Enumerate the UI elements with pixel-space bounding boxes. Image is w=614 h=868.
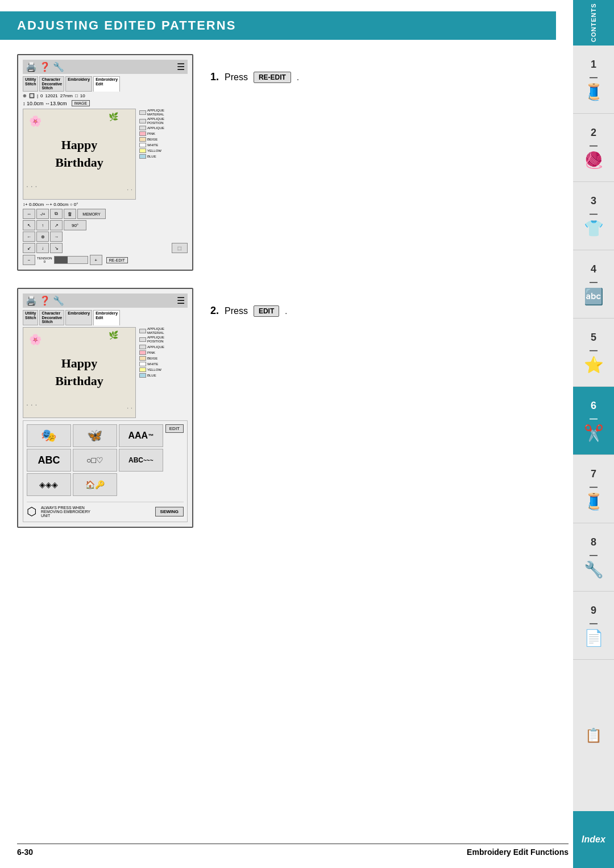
color-swatch (139, 119, 146, 123)
tab-embroidery[interactable]: Embroidery (65, 76, 92, 92)
color-item-blue-2: BLUE (139, 373, 188, 378)
sidebar-tab-5[interactable]: 5 — ⭐ (573, 319, 614, 387)
instruction-2: 2. Press EDIT . (210, 305, 556, 317)
stitch-type-2[interactable]: 🦋 (73, 424, 117, 447)
minus-plus-btn[interactable]: -/+ (36, 209, 49, 219)
step-number-1: 1. (210, 71, 219, 83)
deco-dots-br-2: · · (127, 404, 132, 412)
instruction-1: 1. Press RE-EDIT . (210, 71, 556, 83)
footer-page-number: 6-30 (17, 848, 33, 857)
stitch-grid: 🎭 🦋 AAA™ ABC ○□♡ ABC ~~~ ◈◈◈ 🏠🔑 (27, 424, 163, 498)
remove-unit-icon: ⬡ (27, 505, 36, 518)
sidebar-tab-6[interactable]: 6 — ✂️ (573, 387, 614, 455)
tab-utility-stitch-2[interactable]: UtilityStitch (23, 310, 38, 325)
screen-panel-1: 🖨️ ❓ 🔧 ☰ UtilityStitch CharacterDecorati… (17, 54, 193, 271)
delete-btn[interactable]: 🗑 (64, 209, 76, 219)
always-text: ALWAYS PRESS WHEN REMOVING EMBROIDERY UN… (41, 506, 151, 518)
happy-text: Happy (55, 137, 103, 154)
image-button[interactable]: IMAGE (72, 100, 90, 106)
corner-bl-btn[interactable]: ↙ (23, 243, 35, 253)
sidebar-tab-4[interactable]: 4 — 🔤 (573, 250, 614, 319)
help-icon: ❓ (39, 61, 51, 72)
instruction-area-1: 1. Press RE-EDIT . (210, 54, 556, 271)
instruction-area-2: 2. Press EDIT . (210, 288, 556, 528)
color-item-white: WHITE (139, 143, 188, 147)
tab-embroidery-edit-2[interactable]: EmbroideryEdit (93, 310, 120, 325)
color-swatch-2 (139, 329, 146, 333)
color-swatch (139, 110, 146, 115)
edit-button[interactable]: EDIT (165, 424, 184, 433)
stitch-type-frame[interactable]: 🏠🔑 (73, 473, 117, 496)
footer-section-title: Embroidery Edit Functions (467, 848, 569, 857)
right-sidebar: CONTENTS 1 — 🧵 2 — 🧶 3 — 👕 4 — 🔤 5 — ⭐ 6… (573, 0, 614, 868)
happy-text-2: Happy (55, 355, 103, 373)
screen-info-row-1: ⊕ 🔲 | 0 12021 27mm □ 10 (23, 93, 188, 98)
deco-dots-br: · · (127, 185, 132, 193)
edit-label: EDIT (254, 305, 279, 317)
machine-icon-2: 🖨️ (26, 295, 37, 306)
ctrl-row-4: ↙ ↓ ↘ ⬚ (23, 243, 188, 253)
corner-tl-btn[interactable]: ↖ (23, 220, 35, 230)
deco-dots-bl: · · · (26, 181, 37, 191)
stitch-type-aaa[interactable]: AAA™ (119, 424, 163, 447)
tab-embroidery-edit[interactable]: EmbroideryEdit (93, 76, 120, 92)
tab-utility-stitch[interactable]: UtilityStitch (23, 76, 38, 92)
corner-br-btn[interactable]: ↘ (50, 243, 63, 253)
right-btn[interactable]: → (50, 232, 63, 242)
stitch-type-1[interactable]: 🎭 (27, 424, 71, 447)
sidebar-tab-1[interactable]: 1 — 🧵 (573, 46, 614, 114)
re-edit-button-1[interactable]: RE-EDIT (106, 257, 128, 263)
memory-btn[interactable]: MEMORY (77, 209, 106, 219)
sidebar-tab-9[interactable]: 9 — 📄 (573, 592, 614, 660)
frame-select-btn[interactable]: ⬚ (172, 243, 188, 253)
color-swatch-2h (139, 373, 146, 378)
tension-minus-btn[interactable]: − (23, 255, 35, 265)
ctrl-row-3: ← ⊕ → (23, 232, 188, 242)
screen-tabs-1: UtilityStitch CharacterDecorativeStitch … (23, 76, 188, 92)
page-footer: 6-30 Embroidery Edit Functions (17, 844, 569, 857)
re-edit-label: RE-EDIT (254, 72, 291, 83)
content-row-1: 🖨️ ❓ 🔧 ☰ UtilityStitch CharacterDecorati… (17, 54, 556, 271)
sewing-button[interactable]: SEWING (155, 507, 184, 516)
left-btn[interactable]: ← (23, 232, 35, 242)
color-swatch-2e (139, 356, 146, 361)
embroidery-preview-1: 🌸 🌿 · · · · · Happy Birthday (23, 109, 136, 200)
color-item-applique-material: APPLIQUEMATERIAL (139, 109, 188, 116)
down-btn[interactable]: ↓ (36, 243, 49, 253)
tab-character-2[interactable]: CharacterDecorativeStitch (39, 310, 64, 325)
page-header: ADJUSTING EDITED PATTERNS (0, 11, 556, 40)
stitch-type-shapes[interactable]: ○□♡ (73, 449, 117, 472)
tab-index[interactable]: Index (573, 811, 614, 868)
angle-btn[interactable]: 90° (64, 220, 86, 230)
tab-embroidery-2[interactable]: Embroidery (65, 310, 92, 325)
tension-bar (54, 256, 88, 264)
copy-btn[interactable]: ⧉ (50, 209, 63, 219)
stitch-type-abc[interactable]: ABC (27, 449, 71, 472)
tension-plus-btn[interactable]: + (90, 255, 102, 265)
color-item-applique: APPLIQUE (139, 126, 188, 130)
sidebar-tab-3[interactable]: 3 — 👕 (573, 182, 614, 250)
stitch-type-abc-dec[interactable]: ABC ~~~ (119, 449, 163, 472)
color-item-yellow: YELLOW (139, 148, 188, 153)
menu-icon-2: ☰ (177, 295, 185, 306)
tab-contents[interactable]: CONTENTS (573, 0, 614, 46)
sidebar-tab-2[interactable]: 2 — 🧶 (573, 114, 614, 182)
up-btn[interactable]: ↑ (36, 220, 49, 230)
color-list-1: APPLIQUEMATERIAL APPLIQUEPOSITION APPLIQ… (139, 109, 188, 200)
menu-icon: ☰ (177, 61, 185, 72)
tab-character[interactable]: CharacterDecorativeStitch (39, 76, 64, 92)
sidebar-tab-7[interactable]: 7 — 🧵 (573, 455, 614, 523)
embroidery-preview-2: 🌸 🌿 · · · · · Happy Birthday (23, 327, 136, 418)
screen-top-icons-2: 🖨️ ❓ 🔧 (26, 295, 64, 306)
center-btn[interactable]: ⊕ (36, 232, 49, 242)
corner-tr-btn[interactable]: ↗ (50, 220, 63, 230)
flip-h-btn[interactable]: ↔ (23, 209, 35, 219)
sidebar-tab-8[interactable]: 8 — 🔧 (573, 523, 614, 592)
embroidery-text-2: Happy Birthday (55, 355, 103, 390)
edit-btn-area: EDIT (165, 424, 184, 498)
color-swatch (139, 148, 146, 153)
step-number-2: 2. (210, 305, 219, 317)
settings-icon-2: 🔧 (53, 295, 64, 306)
color-item-blue: BLUE (139, 154, 188, 159)
stitch-type-emblem[interactable]: ◈◈◈ (27, 473, 71, 496)
